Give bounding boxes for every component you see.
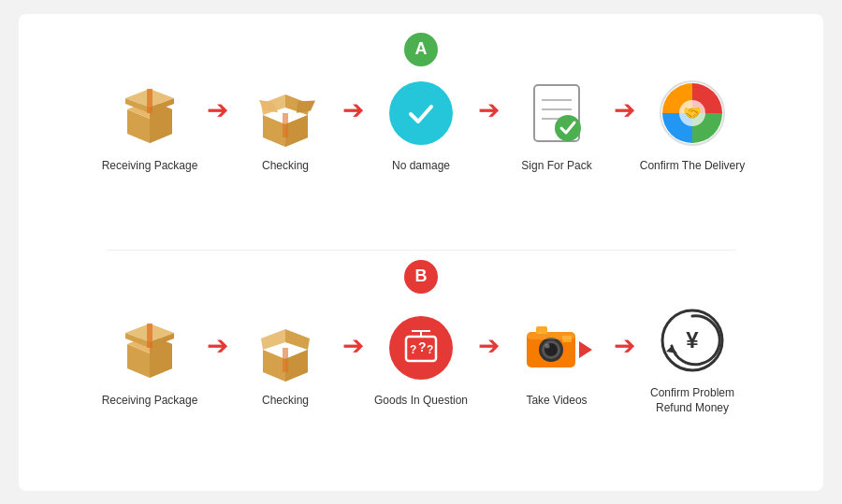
step-b-4-icon (519, 310, 594, 385)
package-closed-icon-b (116, 314, 183, 382)
main-container: A (19, 14, 823, 491)
step-a-1-label: Receiving Package (102, 158, 198, 174)
step-a-2: Checking (225, 76, 346, 174)
step-b-1-label: Receiving Package (102, 393, 198, 409)
step-b-5-icon: ¥ (655, 303, 730, 378)
svg-marker-8 (285, 115, 308, 147)
step-a-3-icon (384, 76, 458, 151)
svg-rect-28 (147, 324, 152, 348)
step-a-3-label: No damage (392, 158, 450, 174)
step-b-1: Receiving Package (89, 310, 210, 409)
question-circle-red-icon: ? ? ? (389, 316, 453, 380)
package-open-icon-a (252, 79, 319, 147)
camera-icon (521, 319, 592, 377)
step-a-1: Receiving Package (89, 76, 210, 174)
svg-marker-48 (579, 341, 592, 358)
svg-marker-30 (285, 350, 308, 382)
handshake-icon: 🤝 (659, 79, 726, 147)
svg-text:?: ? (418, 339, 427, 354)
step-a-2-icon (248, 76, 323, 151)
svg-marker-32 (285, 329, 310, 350)
section-a: A (28, 33, 814, 245)
svg-text:¥: ¥ (686, 327, 699, 353)
flow-b: Receiving Package ➔ Checking ➔ (89, 303, 753, 417)
step-b-2-label: Checking (262, 393, 309, 409)
svg-rect-6 (147, 89, 152, 113)
step-a-4-label: Sign For Pack (521, 158, 591, 174)
package-open-icon-b (252, 314, 319, 382)
svg-point-45 (545, 343, 550, 348)
svg-text:🤝: 🤝 (683, 104, 702, 122)
step-b-5-label: Confirm ProblemRefund Money (650, 385, 734, 417)
step-a-4-icon (519, 76, 594, 151)
step-b-3-label: Goods In Question (374, 393, 468, 409)
divider (107, 250, 735, 251)
step-b-3: ? ? ? Goods In Question (360, 310, 482, 409)
svg-point-18 (555, 115, 581, 141)
step-b-4-label: Take Videos (526, 393, 587, 409)
sign-doc-icon (525, 79, 588, 147)
step-b-4: Take Videos (496, 310, 617, 409)
step-a-4: Sign For Pack (496, 76, 617, 174)
badge-a: A (404, 33, 438, 66)
step-a-5-label: Confirm The Delivery (640, 158, 745, 174)
step-b-2-icon (248, 310, 323, 385)
step-a-2-label: Checking (262, 158, 309, 174)
svg-rect-13 (283, 113, 288, 137)
step-b-1-icon (112, 310, 187, 385)
flow-a: Receiving Package ➔ (89, 76, 753, 174)
svg-text:?: ? (427, 343, 433, 356)
step-a-5-icon: 🤝 (655, 76, 730, 151)
step-b-5: ¥ Confirm ProblemRefund Money (632, 303, 753, 417)
badge-b: B (404, 260, 438, 294)
step-b-3-icon: ? ? ? (384, 310, 458, 385)
package-closed-icon-a (116, 79, 183, 147)
section-b: B Receiving Package ➔ (28, 260, 814, 472)
step-a-1-icon (112, 76, 187, 151)
step-a-5: 🤝 Confirm The Delivery (632, 76, 753, 174)
svg-rect-33 (283, 348, 288, 372)
svg-marker-31 (261, 329, 285, 350)
refund-icon: ¥ (659, 307, 726, 374)
check-circle-teal-icon (389, 81, 453, 145)
step-a-3: No damage (360, 76, 482, 174)
svg-text:?: ? (410, 343, 416, 356)
svg-rect-49 (527, 332, 575, 339)
step-b-2: Checking (225, 310, 346, 409)
